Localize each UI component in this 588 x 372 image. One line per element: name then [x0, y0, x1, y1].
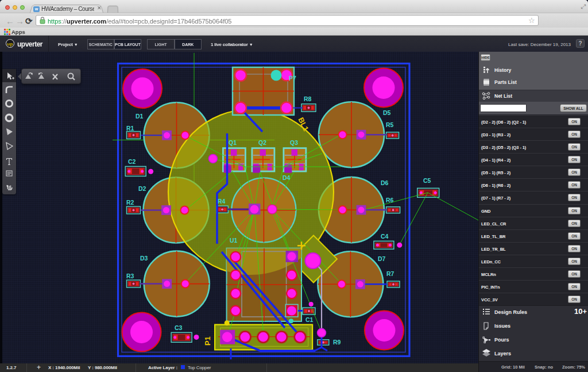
svg-text:Q2: Q2: [258, 139, 266, 146]
svg-text:R6: R6: [386, 197, 394, 204]
svg-text:R9: R9: [333, 339, 341, 346]
svg-text:D5: D5: [383, 109, 391, 116]
svg-text:P7: P7: [289, 75, 296, 82]
svg-text:R2: R2: [126, 199, 134, 206]
svg-text:P1: P1: [203, 336, 212, 346]
svg-text:R5: R5: [386, 121, 394, 128]
svg-text:R4: R4: [218, 198, 226, 205]
svg-text:Q1: Q1: [229, 139, 237, 146]
svg-text:R1: R1: [126, 125, 134, 132]
svg-text:C3: C3: [175, 324, 183, 331]
svg-text:C1: C1: [305, 316, 314, 323]
svg-text:D3: D3: [140, 255, 148, 262]
svg-text:R7: R7: [386, 270, 394, 277]
svg-text:C2: C2: [128, 158, 136, 165]
svg-text:Q3: Q3: [290, 139, 298, 146]
svg-text:C5: C5: [423, 177, 431, 184]
svg-text:R8: R8: [304, 95, 312, 102]
svg-text:R3: R3: [126, 273, 134, 279]
svg-text:D7: D7: [378, 255, 386, 262]
svg-text:D1: D1: [136, 113, 144, 120]
svg-text:D2: D2: [138, 185, 146, 192]
svg-text:D4: D4: [283, 174, 291, 181]
svg-text:C4: C4: [381, 233, 389, 240]
svg-text:D6: D6: [381, 179, 389, 186]
svg-text:U1: U1: [230, 237, 238, 244]
